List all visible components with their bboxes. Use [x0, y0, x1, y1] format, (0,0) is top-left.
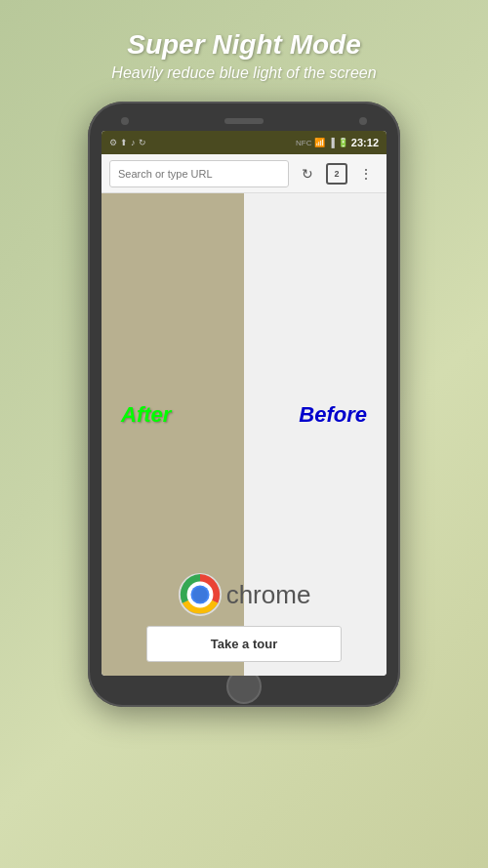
sync-icon: ↻ — [139, 138, 146, 147]
phone-screen: ⚙ ⬆ ♪ ↻ NFC 📶 ▐ 🔋 23:12 ↻ 2 ⋮ After — [102, 131, 386, 676]
url-input[interactable] — [109, 160, 289, 187]
tour-button-wrapper: Take a tour — [146, 626, 342, 662]
split-content: After Before — [102, 193, 386, 676]
wifi-icon: 📶 — [314, 138, 325, 147]
page-subtitle: Heavily reduce blue light of the screen — [111, 64, 376, 82]
phone-top-sensors — [102, 115, 386, 127]
status-icons-right: NFC 📶 ▐ 🔋 23:12 — [296, 137, 379, 148]
chrome-text: chrome — [226, 580, 311, 610]
refresh-button[interactable]: ↻ — [295, 161, 320, 186]
sensor — [359, 117, 367, 125]
phone-bottom-bar — [102, 680, 386, 693]
phone-mockup: ⚙ ⬆ ♪ ↻ NFC 📶 ▐ 🔋 23:12 ↻ 2 ⋮ After — [88, 102, 400, 707]
svg-point-3 — [192, 587, 207, 601]
address-bar: ↻ 2 ⋮ — [102, 154, 386, 193]
settings-icon: ⚙ — [109, 138, 117, 147]
after-label: After — [121, 402, 171, 428]
menu-button[interactable]: ⋮ — [353, 161, 379, 186]
nfc-icon: NFC — [296, 139, 311, 147]
battery-icon: 🔋 — [338, 138, 348, 147]
page-title: Super Night Mode — [111, 29, 376, 61]
phone-speaker — [224, 118, 264, 124]
usb-icon: ⬆ — [120, 138, 128, 147]
take-tour-button[interactable]: Take a tour — [146, 626, 342, 662]
before-label: Before — [299, 402, 367, 428]
status-time: 23:12 — [351, 137, 379, 148]
music-icon: ♪ — [131, 138, 136, 147]
signal-icon: ▐ — [328, 138, 334, 147]
chrome-logo-area: chrome — [137, 572, 351, 617]
tab-count-badge[interactable]: 2 — [326, 163, 347, 185]
status-bar: ⚙ ⬆ ♪ ↻ NFC 📶 ▐ 🔋 23:12 — [102, 131, 386, 154]
front-camera — [121, 117, 129, 125]
chrome-logo-icon — [178, 572, 223, 617]
header: Super Night Mode Heavily reduce blue lig… — [111, 29, 376, 82]
status-icons-left: ⚙ ⬆ ♪ ↻ — [109, 138, 146, 147]
